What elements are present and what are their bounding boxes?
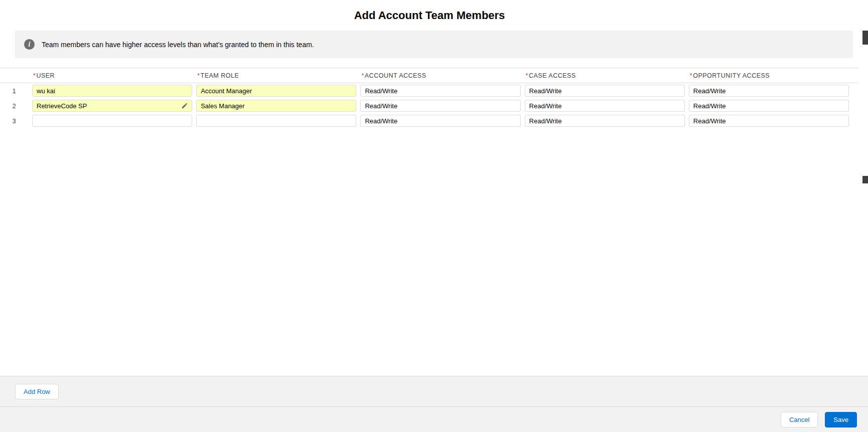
team-role-cell xyxy=(196,85,356,97)
opportunity-access-input[interactable] xyxy=(689,85,849,97)
column-header-label: CASE ACCESS xyxy=(529,72,576,79)
user-input[interactable] xyxy=(32,100,192,112)
opportunity-access-input[interactable] xyxy=(689,100,849,112)
team-role-input[interactable] xyxy=(196,115,356,127)
required-asterisk: * xyxy=(33,72,36,79)
case-access-input[interactable] xyxy=(525,115,685,127)
page-title: Add Account Team Members xyxy=(0,9,859,22)
opportunity-access-cell xyxy=(689,115,849,127)
case-access-input[interactable] xyxy=(525,85,685,97)
table-row: 2 xyxy=(0,98,859,113)
column-header-label: OPPORTUNITY ACCESS xyxy=(693,72,770,79)
column-header-label: ACCOUNT ACCESS xyxy=(365,72,426,79)
column-header-account-access: *ACCOUNT ACCESS xyxy=(360,72,520,79)
user-cell xyxy=(32,85,192,97)
column-header-case-access: *CASE ACCESS xyxy=(525,72,685,79)
account-access-input[interactable] xyxy=(360,85,520,97)
opportunity-access-input[interactable] xyxy=(689,115,849,127)
team-role-input[interactable] xyxy=(196,100,356,112)
column-header-user: *USER xyxy=(32,72,192,79)
account-access-input[interactable] xyxy=(360,100,520,112)
team-role-cell xyxy=(196,100,356,112)
account-access-cell xyxy=(360,115,520,127)
add-account-team-members-modal: Add Account Team Members i Team members … xyxy=(0,0,868,432)
required-asterisk: * xyxy=(690,72,692,79)
info-banner: i Team members can have higher access le… xyxy=(15,31,853,58)
row-number: 3 xyxy=(0,117,28,125)
required-asterisk: * xyxy=(197,72,200,79)
cancel-button[interactable]: Cancel xyxy=(781,412,818,427)
scrollbar-thumb[interactable] xyxy=(862,31,868,45)
opportunity-access-cell xyxy=(689,100,849,112)
add-row-bar: Add Row xyxy=(0,376,868,406)
table-header: *USER *TEAM ROLE *ACCOUNT ACCESS *CASE A… xyxy=(0,68,859,83)
user-cell xyxy=(32,100,192,112)
save-button[interactable]: Save xyxy=(825,412,857,427)
table-body: 1 2 xyxy=(0,83,859,128)
column-header-label: TEAM ROLE xyxy=(201,72,239,79)
scrollbar[interactable] xyxy=(862,0,868,432)
table-row: 3 xyxy=(0,113,859,128)
row-number: 2 xyxy=(0,102,28,110)
team-role-input[interactable] xyxy=(196,85,356,97)
column-header-label: USER xyxy=(36,72,55,79)
user-cell xyxy=(32,115,192,127)
user-input[interactable] xyxy=(32,85,192,97)
scrollbar-mark[interactable] xyxy=(862,176,868,183)
column-header-team-role: *TEAM ROLE xyxy=(196,72,356,79)
row-number: 1 xyxy=(0,87,28,95)
user-input[interactable] xyxy=(32,115,192,127)
edit-pencil-icon[interactable] xyxy=(181,102,188,109)
modal-footer: Cancel Save xyxy=(0,406,868,432)
add-row-button[interactable]: Add Row xyxy=(15,384,59,399)
required-asterisk: * xyxy=(361,72,364,79)
case-access-cell xyxy=(525,85,685,97)
column-header-opportunity-access: *OPPORTUNITY ACCESS xyxy=(689,72,849,79)
info-banner-text: Team members can have higher access leve… xyxy=(42,41,314,49)
case-access-cell xyxy=(525,100,685,112)
account-access-cell xyxy=(360,85,520,97)
table-row: 1 xyxy=(0,83,859,98)
opportunity-access-cell xyxy=(689,85,849,97)
case-access-cell xyxy=(525,115,685,127)
team-role-cell xyxy=(196,115,356,127)
case-access-input[interactable] xyxy=(525,100,685,112)
required-asterisk: * xyxy=(526,72,528,79)
account-access-input[interactable] xyxy=(360,115,520,127)
info-icon: i xyxy=(24,39,35,50)
account-access-cell xyxy=(360,100,520,112)
